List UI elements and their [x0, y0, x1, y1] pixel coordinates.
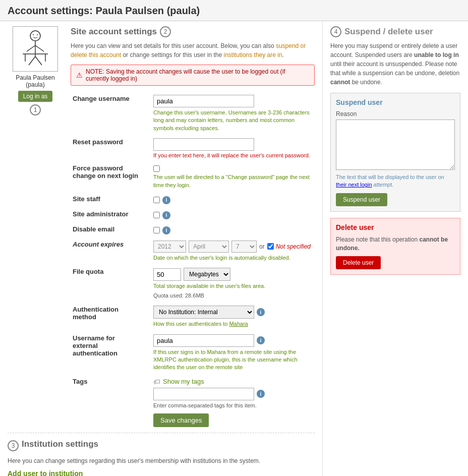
svg-line-6 [29, 56, 35, 65]
not-specified-label: Not specified [276, 243, 311, 250]
account-expires-label: Account expires [71, 237, 151, 265]
show-my-tags-link[interactable]: Show my tags [163, 378, 204, 385]
file-quota-label: File quota [71, 265, 151, 303]
file-quota-unit-select[interactable]: Megabytes [184, 268, 230, 281]
avatar-image [18, 29, 53, 69]
account-form: Change username Change this user's usern… [71, 92, 315, 430]
svg-line-7 [35, 56, 42, 65]
section4-heading-row: 4 Suspend / delete user [330, 26, 460, 37]
add-institution-link[interactable]: Add user to institution [8, 469, 83, 476]
reset-password-hint: If you enter text here, it will replace … [153, 152, 313, 158]
auth-method-select[interactable]: No Institution: Internal [153, 306, 254, 319]
account-expires-field-cell: 2012 April 7 or [151, 237, 315, 265]
site-staff-field-cell: i [151, 192, 315, 207]
site-admin-label: Site administrator [71, 207, 151, 222]
auth-method-label: Authentication method [71, 303, 151, 331]
file-quota-hint2: Quota used: 28.6MB [153, 292, 313, 300]
suspend-reason-textarea[interactable] [336, 120, 455, 170]
institution-section: 3 Institution settings Here you can chan… [8, 433, 315, 476]
section4-circle: 4 [330, 26, 341, 37]
login-as-button[interactable]: Log in as [18, 91, 53, 102]
disable-email-row: Disable email i [71, 222, 315, 237]
site-admin-checkbox[interactable] [153, 212, 160, 218]
suspend-box: Suspend user Reason The text that will b… [330, 93, 460, 212]
svg-line-5 [35, 45, 44, 51]
tag-icon: 🏷 [153, 378, 160, 386]
disable-email-info-icon[interactable]: i [162, 226, 170, 234]
page-title: Account settings: Paula Paulsen (paula) [0, 0, 468, 21]
section2-intro: Here you can view and set details for th… [71, 41, 315, 60]
svg-point-0 [30, 31, 40, 41]
tags-info-icon[interactable]: i [257, 390, 265, 398]
force-password-row: Force password change on next login The … [71, 161, 315, 192]
not-specified-checkbox[interactable] [267, 243, 274, 250]
change-username-label: Change username [71, 92, 151, 135]
change-username-hint: Change this user's username. Usernames a… [153, 109, 313, 132]
delete-box: Delete user Please note that this operat… [330, 218, 460, 275]
section4-intro: Here you may suspend or entirely delete … [330, 41, 460, 87]
file-quota-input[interactable] [153, 268, 181, 281]
section4-title: Suspend / delete user [344, 27, 433, 37]
ext-auth-info-icon[interactable]: i [257, 336, 265, 344]
site-admin-field-cell: i [151, 207, 315, 222]
svg-point-2 [37, 34, 38, 35]
ext-auth-field-cell: i If this user signs in to Mahara from a… [151, 331, 315, 375]
svg-point-1 [33, 34, 34, 35]
expires-year-select[interactable]: 2012 [153, 241, 186, 253]
delete-note: Please note that this operation cannot b… [336, 235, 455, 253]
section2-title: Site account settings [71, 27, 157, 37]
user-display-name: Paula Paulsen [16, 74, 54, 81]
force-password-checkbox[interactable] [153, 165, 160, 172]
ext-auth-hint: If this user signs in to Mahara from a r… [153, 348, 313, 372]
section3-title: Institution settings [22, 439, 98, 449]
file-quota-hint1: Total storage available in the user's fi… [153, 282, 313, 290]
force-password-field-cell: The user will be directed to a "Change p… [151, 161, 315, 192]
delete-heading: Delete user [336, 223, 455, 231]
site-staff-checkbox[interactable] [153, 197, 160, 203]
section2-circle: 2 [160, 26, 171, 37]
disable-email-label: Disable email [71, 222, 151, 237]
institutions-link[interactable]: institutions they are in [224, 51, 282, 58]
file-quota-row: File quota Megabytes Total storage avail… [71, 265, 315, 303]
warning-icon: ⚠ [76, 71, 83, 79]
delete-user-button[interactable]: Delete user [336, 256, 381, 269]
user-display-username: (paula) [26, 81, 44, 88]
disable-email-checkbox[interactable] [153, 227, 160, 233]
site-staff-label: Site staff [71, 192, 151, 207]
auth-method-field-cell: No Institution: Internal i How this user… [151, 303, 315, 331]
user-avatar-section: Paula Paulsen (paula) Log in as 1 [8, 26, 63, 115]
mahara-link[interactable]: Mahara [229, 321, 248, 327]
suspend-hint: The text that will be displayed to the u… [336, 173, 455, 189]
tags-input[interactable] [153, 388, 254, 400]
auth-method-info-icon[interactable]: i [257, 308, 265, 316]
reset-password-field-cell: If you enter text here, it will replace … [151, 135, 315, 161]
site-staff-info-icon[interactable]: i [162, 196, 170, 204]
tags-label: Tags [71, 375, 151, 430]
section3-intro: Here you can change settings regarding t… [8, 456, 315, 465]
ext-auth-input[interactable] [153, 334, 254, 347]
section3-heading-row: 3 Institution settings [8, 439, 315, 452]
next-login-link[interactable]: their next login [336, 182, 372, 188]
section2-heading: Site account settings 2 [71, 26, 315, 37]
change-username-field-cell: Change this user's username. Usernames a… [151, 92, 315, 135]
site-admin-info-icon[interactable]: i [162, 211, 170, 219]
suspend-heading: Suspend user [336, 98, 455, 106]
site-admin-row: Site administrator i [71, 207, 315, 222]
expires-month-select[interactable]: April [189, 241, 229, 253]
save-changes-button[interactable]: Save changes [153, 413, 209, 427]
section3-circle: 3 [8, 440, 19, 451]
auth-method-row: Authentication method No Institution: In… [71, 303, 315, 331]
account-expires-row: Account expires 2012 April 7 [71, 237, 315, 265]
force-password-label: Force password change on next login [71, 161, 151, 192]
expires-day-select[interactable]: 7 [231, 241, 257, 253]
reset-password-input[interactable] [153, 138, 254, 151]
disable-email-field-cell: i [151, 222, 315, 237]
tags-hint: Enter comma-separated tags for this item… [153, 402, 313, 409]
file-quota-field-cell: Megabytes Total storage available in the… [151, 265, 315, 303]
change-username-input[interactable] [153, 95, 254, 107]
suspend-user-button[interactable]: Suspend user [336, 193, 387, 206]
tags-field-cell: 🏷 Show my tags i Enter comma-separated t… [151, 375, 315, 430]
auth-method-hint: How this user authenticates to Mahara [153, 320, 313, 328]
warning-note: ⚠ NOTE: Saving the account changes will … [71, 65, 315, 86]
account-expires-hint: Date on which the user's login is automa… [153, 254, 313, 262]
